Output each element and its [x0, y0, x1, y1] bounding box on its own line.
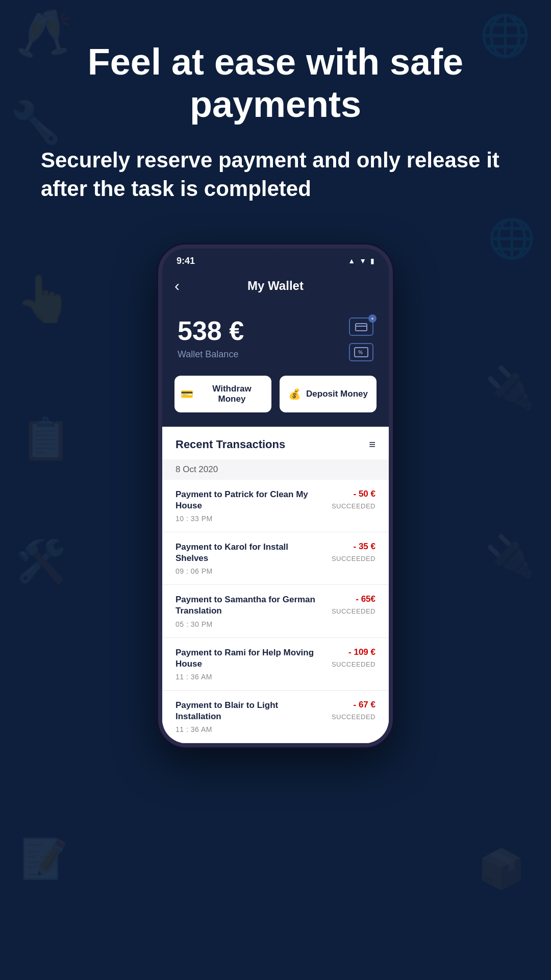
transaction-left: Payment to Samantha for German Translati…	[176, 594, 318, 628]
transactions-title: Recent Transactions	[176, 438, 285, 451]
balance-label: Wallet Balance	[178, 349, 244, 360]
transaction-amount: - 65€	[332, 594, 375, 604]
transactions-header: Recent Transactions ≡	[162, 427, 389, 459]
main-title: Feel at ease with safe payments	[31, 41, 520, 126]
transaction-time: 10 : 33 PM	[176, 514, 318, 523]
transaction-name: Payment to Patrick for Clean My House	[176, 489, 318, 511]
transaction-left: Payment to Rami for Help Moving House 11…	[176, 647, 318, 681]
transaction-list: Payment to Patrick for Clean My House 10…	[162, 480, 389, 743]
deposit-icon: 💰	[288, 388, 301, 400]
transaction-item: Payment to Samantha for German Translati…	[162, 585, 389, 638]
transaction-amount: - 109 €	[332, 647, 375, 657]
transaction-right: - 65€ SUCCEEDED	[332, 594, 375, 615]
add-card-icon[interactable]: +	[349, 317, 373, 336]
action-buttons: 💳 Withdraw Money 💰 Deposit Money	[162, 376, 389, 427]
subtitle: Securely reserve payment and only releas…	[31, 146, 520, 204]
status-bar: 9:41 ▲ ▼ ▮	[162, 249, 389, 271]
transaction-item: Payment to Blair to Light Installation 1…	[162, 691, 389, 743]
transaction-status: SUCCEEDED	[332, 607, 375, 615]
withdraw-button[interactable]: 💳 Withdraw Money	[174, 376, 271, 412]
transaction-time: 11 : 36 AM	[176, 725, 318, 733]
discount-icon[interactable]: %	[349, 343, 373, 361]
balance-info: 538 € Wallet Balance	[178, 317, 244, 360]
transaction-time: 05 : 30 PM	[176, 620, 318, 628]
svg-rect-0	[356, 324, 367, 331]
transaction-right: - 109 € SUCCEEDED	[332, 647, 375, 668]
balance-amount: 538 €	[178, 317, 244, 344]
svg-text:%: %	[358, 350, 363, 355]
transaction-name: Payment to Blair to Light Installation	[176, 700, 318, 722]
transaction-status: SUCCEEDED	[332, 555, 375, 562]
wifi-icon: ▲	[348, 257, 355, 265]
transaction-item: Payment to Patrick for Clean My House 10…	[162, 480, 389, 532]
transaction-right: - 67 € SUCCEEDED	[332, 700, 375, 721]
wallet-header: ‹ My Wallet	[162, 271, 389, 305]
phone-wrapper: 9:41 ▲ ▼ ▮ ‹ My Wallet 538 € Wallet Bala…	[0, 244, 551, 747]
transaction-time: 09 : 06 PM	[176, 567, 318, 575]
withdraw-label: Withdraw Money	[198, 384, 265, 404]
status-icons: ▲ ▼ ▮	[348, 257, 374, 265]
transaction-item: Payment to Rami for Help Moving House 11…	[162, 638, 389, 691]
balance-section: 538 € Wallet Balance + %	[162, 305, 389, 376]
transaction-left: Payment to Karol for Install Shelves 09 …	[176, 542, 318, 575]
transaction-name: Payment to Rami for Help Moving House	[176, 647, 318, 670]
transaction-item: Payment to Karol for Install Shelves 09 …	[162, 532, 389, 585]
wallet-title: My Wallet	[247, 279, 304, 293]
transaction-amount: - 67 €	[332, 700, 375, 710]
transaction-time: 11 : 36 AM	[176, 673, 318, 681]
transaction-status: SUCCEEDED	[332, 502, 375, 510]
transaction-status: SUCCEEDED	[332, 660, 375, 668]
plus-icon: +	[368, 314, 377, 323]
transaction-name: Payment to Karol for Install Shelves	[176, 542, 318, 564]
transaction-left: Payment to Blair to Light Installation 1…	[176, 700, 318, 733]
transaction-right: - 50 € SUCCEEDED	[332, 489, 375, 510]
phone-frame: 9:41 ▲ ▼ ▮ ‹ My Wallet 538 € Wallet Bala…	[158, 244, 393, 747]
battery-icon: ▮	[370, 257, 374, 265]
transaction-amount: - 35 €	[332, 542, 375, 552]
transactions-section: Recent Transactions ≡ 8 Oct 2020 Payment…	[162, 427, 389, 743]
signal-icon: ▼	[359, 257, 366, 265]
status-time: 9:41	[177, 256, 195, 266]
transaction-amount: - 50 €	[332, 489, 375, 499]
back-button[interactable]: ‹	[174, 277, 180, 295]
transaction-status: SUCCEEDED	[332, 713, 375, 721]
date-group-label: 8 Oct 2020	[162, 459, 389, 480]
withdraw-icon: 💳	[181, 388, 193, 400]
header-section: Feel at ease with safe payments Securely…	[0, 0, 551, 224]
deposit-button[interactable]: 💰 Deposit Money	[280, 376, 377, 412]
balance-action-icons: + %	[349, 317, 373, 361]
notch	[269, 254, 282, 266]
transaction-left: Payment to Patrick for Clean My House 10…	[176, 489, 318, 523]
filter-icon[interactable]: ≡	[369, 438, 375, 451]
transaction-name: Payment to Samantha for German Translati…	[176, 594, 318, 617]
transaction-right: - 35 € SUCCEEDED	[332, 542, 375, 562]
deposit-label: Deposit Money	[306, 389, 368, 399]
